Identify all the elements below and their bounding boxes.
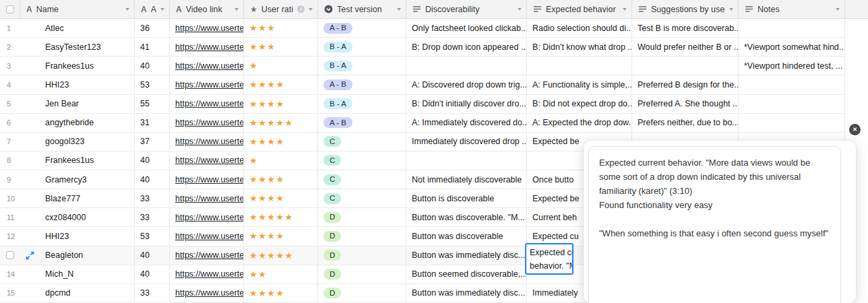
column-header-suggestions-by-user[interactable]: Suggestions by user xyxy=(632,0,739,18)
cell-name[interactable]: Frankees1us xyxy=(20,57,135,75)
expanded-cell-expected-behavior[interactable]: Expected cu behavior. "M xyxy=(525,243,574,275)
cell-test-version[interactable]: D xyxy=(318,246,406,265)
cell-discoverability[interactable]: Not immediately discoverable xyxy=(406,170,527,189)
cell-discoverability[interactable]: Button seemed discoverable,... xyxy=(406,265,527,283)
cell-video-link[interactable]: https://www.userte... xyxy=(170,265,244,283)
cell-test-version[interactable]: A - B xyxy=(318,114,406,132)
video-link[interactable]: https://www.userte... xyxy=(175,175,244,184)
column-header-discoverability[interactable]: Discoverability xyxy=(406,0,527,18)
cell-notes[interactable]: *Viewport hindered test, ... xyxy=(739,57,845,75)
chevron-down-icon[interactable] xyxy=(623,8,627,11)
cell-video-link[interactable]: https://www.userte... xyxy=(170,95,244,113)
cell-test-version[interactable]: C xyxy=(318,170,406,189)
video-link[interactable]: https://www.userte... xyxy=(175,61,244,71)
cell-user-rating[interactable]: ★ xyxy=(244,152,318,170)
cell-video-link[interactable]: https://www.userte... xyxy=(170,19,244,37)
video-link[interactable]: https://www.userte... xyxy=(175,288,244,298)
chevron-down-icon[interactable] xyxy=(160,8,164,11)
cell-user-rating[interactable]: ★★★★ xyxy=(244,227,318,245)
cell-name[interactable]: googol323 xyxy=(20,133,135,151)
cell-test-version[interactable]: D xyxy=(318,265,406,283)
cell-expected-behavior[interactable]: B: Didn't know what drop ... xyxy=(527,38,632,56)
chevron-down-icon[interactable] xyxy=(397,8,401,11)
cell-suggestions[interactable]: Preferred B design for the... xyxy=(632,75,739,94)
cell-age[interactable]: 40 xyxy=(135,57,170,75)
cell-user-rating[interactable]: ★★★★ xyxy=(244,170,318,189)
cell-age[interactable]: 31 xyxy=(135,114,170,132)
table-row[interactable]: 5Jen Bear55https://www.userte...★★★★B - … xyxy=(0,95,845,114)
cell-user-rating[interactable]: ★ xyxy=(244,57,318,75)
video-link[interactable]: https://www.userte... xyxy=(175,250,244,260)
cell-test-version[interactable]: B - A xyxy=(318,95,406,113)
cell-age[interactable]: 55 xyxy=(135,95,170,113)
cell-discoverability[interactable]: Button is discoverable xyxy=(406,189,527,207)
cell-expected-behavior[interactable]: B: Did not expect drop do... xyxy=(527,95,632,113)
cell-test-version[interactable]: C xyxy=(318,133,406,151)
cell-suggestions[interactable]: Test B is more discoverab... xyxy=(632,19,739,37)
cell-user-rating[interactable]: ★★★ xyxy=(244,19,318,37)
cell-suggestions[interactable]: Preferred A. She thought ... xyxy=(632,95,739,113)
cell-suggestions[interactable]: Would prefer neither B or ... xyxy=(632,38,739,56)
column-header-name[interactable]: AName xyxy=(20,0,135,18)
cell-age[interactable]: 40 xyxy=(135,170,170,189)
cell-video-link[interactable]: https://www.userte... xyxy=(170,152,244,170)
cell-test-version[interactable]: D xyxy=(318,227,406,245)
video-link[interactable]: https://www.userte... xyxy=(175,194,244,203)
cell-test-version[interactable]: C xyxy=(318,152,406,170)
cell-name[interactable]: Atlec xyxy=(20,19,135,37)
cell-age[interactable]: 40 xyxy=(135,265,170,283)
video-link[interactable]: https://www.userte... xyxy=(175,137,244,146)
cell-test-version[interactable]: C xyxy=(318,189,406,207)
cell-name[interactable]: dpcmd xyxy=(20,284,135,302)
cell-name[interactable]: HHI23 xyxy=(20,227,135,245)
cell-video-link[interactable]: https://www.userte... xyxy=(170,227,244,245)
cell-video-link[interactable]: https://www.userte... xyxy=(170,284,244,302)
expand-record-icon[interactable] xyxy=(26,251,34,260)
cell-video-link[interactable]: https://www.userte... xyxy=(170,133,244,151)
cell-notes[interactable] xyxy=(739,114,845,132)
cell-age[interactable]: 40 xyxy=(135,246,170,265)
cell-discoverability[interactable]: B: Drop down icon appeared ... xyxy=(406,38,527,56)
column-header-test-version[interactable]: Test version xyxy=(318,0,406,18)
cell-user-rating[interactable]: ★★★★★ xyxy=(244,208,318,226)
chevron-down-icon[interactable] xyxy=(518,8,522,11)
column-header-expected-behavior[interactable]: Expected behavior xyxy=(527,0,632,18)
video-link[interactable]: https://www.userte... xyxy=(175,269,244,279)
cell-name[interactable]: Blaze777 xyxy=(20,189,135,207)
cell-video-link[interactable]: https://www.userte... xyxy=(170,75,244,94)
column-header-a[interactable]: AA.. xyxy=(135,0,170,18)
cell-user-rating[interactable]: ★★★★ xyxy=(244,95,318,113)
video-link[interactable]: https://www.userte... xyxy=(175,80,244,90)
cell-discoverability[interactable] xyxy=(406,152,527,170)
cell-name[interactable]: Mich_N xyxy=(20,265,135,283)
cell-video-link[interactable]: https://www.userte... xyxy=(170,57,244,75)
chevron-down-icon[interactable] xyxy=(309,8,313,11)
close-popup-button[interactable]: ✕ xyxy=(849,124,861,135)
cell-notes[interactable] xyxy=(739,75,845,94)
cell-discoverability[interactable]: Button was discoverable xyxy=(406,227,527,245)
cell-video-link[interactable]: https://www.userte... xyxy=(170,38,244,56)
cell-suggestions[interactable] xyxy=(632,57,739,75)
cell-user-rating[interactable]: ★★★★ xyxy=(244,75,318,94)
table-row[interactable]: 2EasyTester12341https://www.userte...★★★… xyxy=(0,38,845,57)
cell-age[interactable]: 53 xyxy=(135,75,170,94)
cell-discoverability[interactable]: B: Didn't initially discover dro... xyxy=(406,95,527,113)
cell-discoverability[interactable] xyxy=(406,57,527,75)
table-row[interactable]: 3Frankees1us40https://www.userte...★B - … xyxy=(0,57,845,75)
cell-age[interactable]: 40 xyxy=(135,152,170,170)
cell-name[interactable]: angythebride xyxy=(20,114,135,132)
cell-user-rating[interactable]: ★★★★ xyxy=(244,133,318,151)
cell-test-version[interactable]: A - B xyxy=(318,75,406,94)
cell-discoverability[interactable]: Only factsheet looked clickab... xyxy=(406,19,527,37)
column-header-video-link[interactable]: AVideo link xyxy=(170,0,244,18)
select-all-header[interactable] xyxy=(0,0,20,18)
cell-video-link[interactable]: https://www.userte... xyxy=(170,170,244,189)
cell-user-rating[interactable]: ★★ xyxy=(244,265,318,283)
cell-discoverability[interactable]: Button was discoverable. "M... xyxy=(406,208,527,226)
table-row[interactable]: 4HHI2353https://www.userte...★★★★A - BA:… xyxy=(0,75,845,94)
chevron-down-icon[interactable] xyxy=(235,8,239,11)
cell-name[interactable]: Frankees1us xyxy=(20,152,135,170)
video-link[interactable]: https://www.userte... xyxy=(175,213,244,222)
cell-discoverability[interactable]: A: Immediately discovered do... xyxy=(406,114,527,132)
cell-test-version[interactable]: B - A xyxy=(318,57,406,75)
